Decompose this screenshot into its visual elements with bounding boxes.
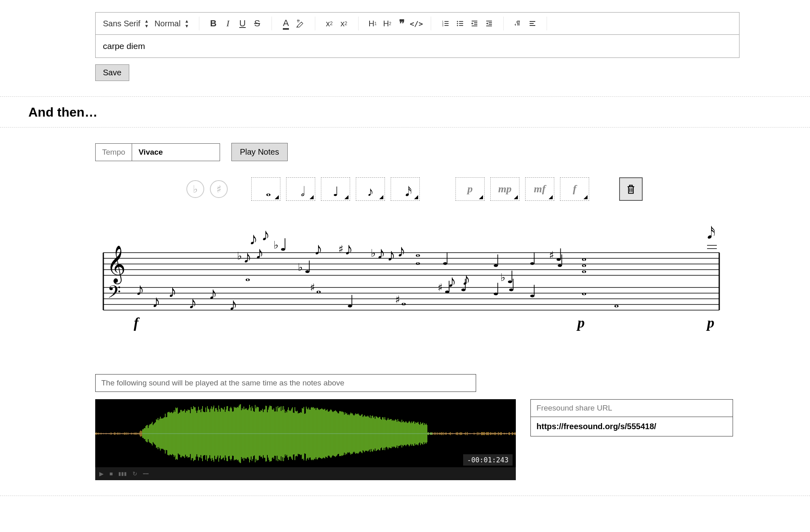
svg-rect-249 xyxy=(220,412,220,456)
svg-rect-582 xyxy=(490,432,490,435)
svg-rect-231 xyxy=(205,408,206,460)
svg-rect-370 xyxy=(318,409,318,458)
svg-rect-305 xyxy=(265,406,266,462)
indent-button[interactable] xyxy=(483,17,495,30)
svg-rect-531 xyxy=(449,433,449,434)
bars-icon[interactable]: ▮▮▮ xyxy=(118,471,127,477)
music-staff[interactable]: 𝄞 𝄢 ♪♪ ♪♪ ♪♪ ♭♪♪ ♪♪ 𝅝 ♭♩ ♭♩ ♪ ♯𝅝 ♯♪ ♩ xyxy=(95,216,727,354)
svg-text:♯: ♯ xyxy=(338,243,344,255)
svg-rect-215 xyxy=(192,409,193,458)
svg-rect-226 xyxy=(201,409,202,458)
svg-rect-555 xyxy=(468,433,468,434)
svg-rect-228 xyxy=(203,411,203,455)
superscript-button[interactable]: x2 xyxy=(338,17,350,30)
svg-rect-390 xyxy=(334,411,335,456)
unordered-list-button[interactable] xyxy=(454,17,466,30)
svg-text:𝄞: 𝄞 xyxy=(107,246,126,285)
svg-rect-522 xyxy=(441,432,442,435)
svg-rect-150 xyxy=(140,431,140,436)
piano-dynamic-button[interactable]: p xyxy=(455,177,485,201)
svg-rect-452 xyxy=(385,417,385,450)
svg-rect-525 xyxy=(444,433,444,434)
svg-rect-405 xyxy=(346,413,347,454)
section-divider xyxy=(0,96,810,97)
svg-rect-191 xyxy=(173,412,173,455)
svg-rect-330 xyxy=(286,411,286,456)
heading2-button[interactable]: H2 xyxy=(381,17,393,30)
mezzopiano-dynamic-button[interactable]: mp xyxy=(490,177,519,201)
mezzoforte-dynamic-button[interactable]: mf xyxy=(525,177,554,201)
svg-rect-201 xyxy=(181,410,182,457)
font-family-select[interactable]: Sans Serif ▲▼ xyxy=(101,19,150,28)
svg-rect-493 xyxy=(418,422,418,445)
waveform-player[interactable]: -00:01:243 ▶ ■ ▮▮▮ ↻ ━━ xyxy=(95,399,516,480)
svg-rect-586 xyxy=(493,433,494,434)
svg-text:♩: ♩ xyxy=(529,250,537,268)
quarter-note-button[interactable]: ♩ xyxy=(321,177,350,201)
bold-button[interactable]: B xyxy=(207,17,220,30)
subscript-button[interactable]: x2 xyxy=(323,17,336,30)
svg-rect-345 xyxy=(298,413,298,454)
eighth-note-button[interactable]: ♪ xyxy=(356,177,385,201)
svg-rect-607 xyxy=(510,433,511,434)
svg-rect-227 xyxy=(202,406,203,461)
svg-rect-437 xyxy=(372,415,373,451)
svg-rect-456 xyxy=(388,418,388,449)
delete-button[interactable] xyxy=(619,177,643,201)
blockquote-button[interactable]: ❞ xyxy=(396,17,408,30)
underline-button[interactable]: U xyxy=(237,17,249,30)
svg-rect-461 xyxy=(392,421,392,447)
svg-rect-358 xyxy=(308,408,309,460)
volume-icon[interactable]: ━━ xyxy=(143,471,149,477)
svg-rect-369 xyxy=(317,408,318,459)
sixteenth-note-button[interactable]: 𝅘𝅥𝅯 xyxy=(391,177,420,201)
svg-text:♪: ♪ xyxy=(377,244,385,262)
forte-dynamic-button[interactable]: f xyxy=(560,177,589,201)
ordered-list-button[interactable]: 123 xyxy=(439,17,451,30)
waveform-time: -00:01:243 xyxy=(463,454,513,466)
italic-button[interactable]: I xyxy=(222,17,234,30)
svg-rect-189 xyxy=(171,412,172,455)
align-button[interactable] xyxy=(526,17,539,30)
whole-note-button[interactable]: 𝅝 xyxy=(251,177,280,201)
svg-rect-590 xyxy=(496,433,497,434)
svg-text:♪: ♪ xyxy=(188,294,197,312)
flat-accidental-button[interactable]: ♭ xyxy=(186,180,204,198)
strikethrough-button[interactable]: S xyxy=(251,17,263,30)
svg-text:♪: ♪ xyxy=(243,248,252,266)
svg-rect-514 xyxy=(435,433,435,434)
text-color-button[interactable]: A xyxy=(280,17,292,30)
svg-rect-481 xyxy=(408,422,408,445)
tempo-field[interactable]: Tempo Vivace xyxy=(95,143,220,161)
svg-rect-138 xyxy=(130,433,130,434)
trash-icon xyxy=(625,183,637,195)
svg-text:♩: ♩ xyxy=(492,280,500,299)
code-button[interactable]: </> xyxy=(410,17,423,30)
freesound-url-field[interactable]: Freesound share URL https://freesound.or… xyxy=(530,399,733,436)
half-note-button[interactable]: 𝅗𝅥 xyxy=(286,177,315,201)
font-size-value: Normal xyxy=(154,19,180,28)
highlight-button[interactable] xyxy=(295,17,307,30)
svg-rect-498 xyxy=(422,423,422,444)
svg-rect-470 xyxy=(399,421,400,446)
text-direction-button[interactable] xyxy=(512,17,524,30)
svg-rect-176 xyxy=(161,419,161,449)
font-size-select[interactable]: Normal ▲▼ xyxy=(153,19,190,28)
heading1-button[interactable]: H1 xyxy=(367,17,379,30)
play-icon[interactable]: ▶ xyxy=(99,470,104,477)
sharp-accidental-button[interactable]: ♯ xyxy=(210,180,228,198)
svg-rect-463 xyxy=(393,421,394,447)
stop-icon[interactable]: ■ xyxy=(109,470,113,477)
save-button[interactable]: Save xyxy=(95,64,129,81)
svg-rect-440 xyxy=(375,419,375,449)
outdent-button[interactable] xyxy=(468,17,481,30)
svg-rect-553 xyxy=(466,433,467,434)
svg-rect-127 xyxy=(121,433,122,434)
svg-rect-217 xyxy=(194,407,194,460)
loop-icon[interactable]: ↻ xyxy=(133,470,137,477)
editor-content[interactable]: carpe diem xyxy=(95,35,739,58)
play-notes-button[interactable]: Play Notes xyxy=(231,143,288,161)
svg-rect-368 xyxy=(316,408,317,460)
svg-rect-399 xyxy=(342,412,342,455)
svg-rect-364 xyxy=(313,407,314,460)
